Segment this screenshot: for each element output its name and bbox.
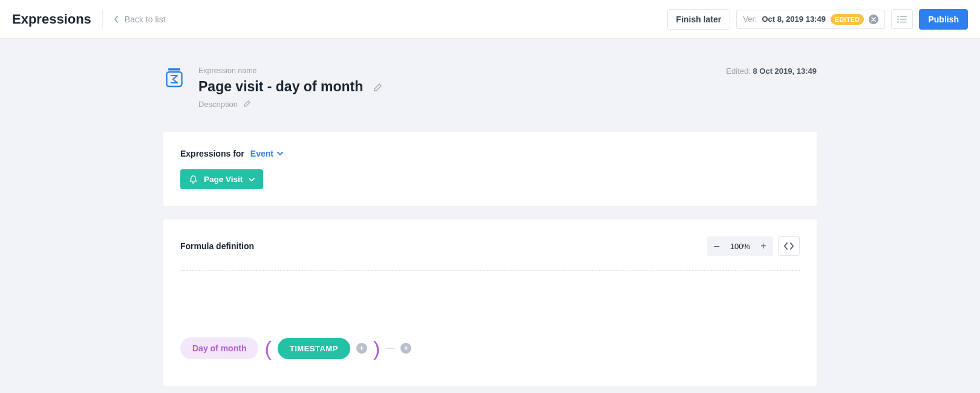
- zoom-value: 100%: [727, 242, 754, 251]
- version-value: Oct 8, 2019 13:49: [762, 15, 826, 24]
- title-text: Expression name Page visit - day of mont…: [198, 67, 382, 109]
- connector-line: [386, 348, 394, 349]
- pencil-icon: [244, 100, 250, 107]
- chevron-down-icon: [249, 177, 255, 183]
- add-node-button[interactable]: +: [400, 343, 411, 354]
- description-row: Description: [198, 100, 382, 109]
- zoom-control: – 100% +: [707, 236, 773, 256]
- header-right: Finish later Ver: Oct 8, 2019 13:49 EDIT…: [667, 9, 968, 30]
- expression-icon: [163, 67, 185, 88]
- expressions-for-row: Expressions for Event: [180, 149, 800, 158]
- publish-button[interactable]: Publish: [919, 9, 968, 30]
- edited-label: Edited:: [726, 67, 750, 76]
- edited-value: 8 Oct 2019, 13:49: [753, 67, 817, 76]
- svg-point-0: [898, 16, 900, 18]
- chevron-left-icon: [114, 16, 119, 23]
- header-left: Expressions Back to list: [12, 10, 166, 28]
- expressions-for-label: Expressions for: [180, 149, 244, 158]
- svg-rect-5: [900, 21, 907, 22]
- zoom-in-button[interactable]: +: [754, 236, 773, 256]
- list-view-button[interactable]: [891, 9, 913, 29]
- svg-point-2: [898, 18, 900, 20]
- svg-rect-1: [900, 16, 907, 17]
- expression-name-heading: Page visit - day of month: [198, 79, 382, 95]
- svg-rect-7: [167, 72, 182, 86]
- version-info[interactable]: Ver: Oct 8, 2019 13:49 EDITED: [736, 10, 885, 29]
- svg-rect-6: [168, 68, 180, 71]
- open-paren: (: [264, 338, 271, 359]
- pencil-icon: [374, 83, 382, 91]
- app-header: Expressions Back to list Finish later Ve…: [0, 0, 980, 39]
- argument-pill[interactable]: TIMESTAMP: [278, 338, 350, 359]
- svg-rect-3: [900, 19, 907, 20]
- add-argument-button[interactable]: +: [356, 343, 367, 354]
- expressions-for-card: Expressions for Event Page Visit: [163, 132, 817, 206]
- description-label: Description: [198, 100, 238, 109]
- edit-name-button[interactable]: [374, 79, 382, 95]
- zoom-out-button[interactable]: –: [707, 236, 727, 256]
- bell-icon: [189, 175, 198, 184]
- chevron-down-icon: [277, 151, 283, 157]
- main-content: Expression name Page visit - day of mont…: [163, 39, 817, 393]
- list-icon: [897, 16, 907, 23]
- svg-point-4: [898, 21, 900, 23]
- close-paren: ): [373, 338, 380, 359]
- formula-heading: Formula definition: [180, 241, 254, 251]
- formula-canvas[interactable]: Day of month ( TIMESTAMP + ) +: [180, 271, 800, 365]
- edit-description-button[interactable]: [244, 100, 250, 109]
- back-label: Back to list: [125, 15, 166, 24]
- event-tag-label: Page Visit: [204, 175, 243, 184]
- discard-icon[interactable]: [869, 15, 878, 24]
- expression-type-dropdown[interactable]: Event: [250, 149, 283, 158]
- app-title: Expressions: [12, 10, 103, 28]
- edited-badge: EDITED: [831, 14, 864, 25]
- code-view-toggle[interactable]: [778, 236, 800, 256]
- formula-header: Formula definition – 100% +: [180, 236, 800, 256]
- function-pill[interactable]: Day of month: [180, 337, 258, 359]
- formula-tools: – 100% +: [707, 236, 800, 256]
- event-tag-button[interactable]: Page Visit: [180, 169, 263, 189]
- expression-name: Page visit - day of month: [198, 79, 363, 95]
- formula-definition-card: Formula definition – 100% + Day of month…: [163, 219, 817, 386]
- expression-name-label: Expression name: [198, 67, 382, 75]
- finish-later-button[interactable]: Finish later: [667, 9, 731, 30]
- expression-type-value: Event: [250, 149, 273, 158]
- edited-timestamp: Edited: 8 Oct 2019, 13:49: [726, 67, 817, 76]
- code-icon: [784, 242, 794, 250]
- title-left: Expression name Page visit - day of mont…: [163, 67, 382, 109]
- version-label: Ver:: [743, 15, 757, 24]
- title-row: Expression name Page visit - day of mont…: [163, 67, 817, 109]
- back-to-list-link[interactable]: Back to list: [114, 15, 166, 24]
